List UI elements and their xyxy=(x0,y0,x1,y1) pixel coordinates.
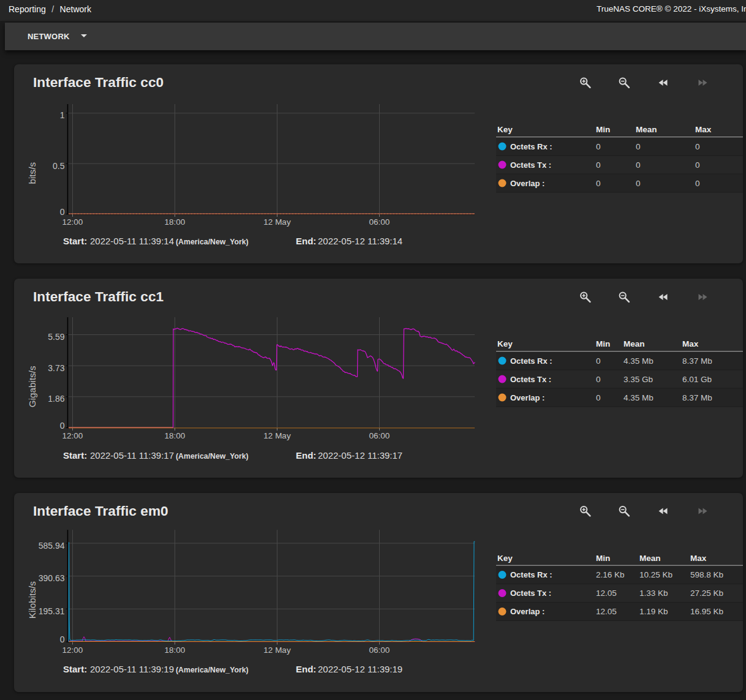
svg-text:Kilobits/s: Kilobits/s xyxy=(27,581,37,619)
svg-text:0: 0 xyxy=(60,207,65,217)
svg-text:16.95 Kb: 16.95 Kb xyxy=(690,607,723,616)
svg-text:0: 0 xyxy=(596,356,601,366)
svg-text:Interface Traffic cc0: Interface Traffic cc0 xyxy=(33,74,164,90)
svg-text:2022-05-12 11:39:14: 2022-05-12 11:39:14 xyxy=(318,236,402,246)
svg-text:18:00: 18:00 xyxy=(165,645,186,655)
svg-text:06:00: 06:00 xyxy=(369,217,390,227)
svg-text:(America/New_York): (America/New_York) xyxy=(176,238,249,246)
svg-text:5.59: 5.59 xyxy=(48,332,64,342)
svg-text:Octets Tx :: Octets Tx : xyxy=(510,160,551,170)
svg-text:Key: Key xyxy=(497,125,513,134)
svg-text:12 May: 12 May xyxy=(263,645,291,655)
svg-text:0: 0 xyxy=(596,393,601,402)
svg-text:0: 0 xyxy=(636,142,641,151)
svg-text:0: 0 xyxy=(695,179,700,188)
svg-text:Max: Max xyxy=(682,339,699,348)
svg-text:Mean: Mean xyxy=(639,554,661,563)
svg-text:0: 0 xyxy=(596,142,601,151)
svg-text:Start:: Start: xyxy=(63,450,87,461)
svg-text:(America/New_York): (America/New_York) xyxy=(176,452,249,461)
svg-text:Mean: Mean xyxy=(636,125,657,134)
svg-text:Max: Max xyxy=(690,554,707,563)
svg-text:Start:: Start: xyxy=(63,236,87,246)
svg-text:Overlap :: Overlap : xyxy=(510,607,544,616)
svg-text:(America/New_York): (America/New_York) xyxy=(176,666,249,674)
svg-text:4.35 Mb: 4.35 Mb xyxy=(624,356,654,366)
svg-text:195.31: 195.31 xyxy=(39,606,65,616)
svg-text:Start:: Start: xyxy=(63,664,87,674)
svg-text:1.19 Kb: 1.19 Kb xyxy=(639,607,668,616)
svg-text:10.25 Kb: 10.25 Kb xyxy=(639,570,673,579)
svg-text:0: 0 xyxy=(636,160,641,170)
svg-text:598.8 Kb: 598.8 Kb xyxy=(690,570,723,579)
svg-text:12:00: 12:00 xyxy=(62,645,83,655)
svg-text:0: 0 xyxy=(60,421,65,431)
svg-text:bits/s: bits/s xyxy=(27,162,37,184)
svg-text:06:00: 06:00 xyxy=(369,431,390,440)
svg-text:12.05: 12.05 xyxy=(596,607,617,616)
svg-text:585.94: 585.94 xyxy=(39,541,65,551)
svg-text:Interface Traffic em0: Interface Traffic em0 xyxy=(33,503,168,519)
svg-text:3.73: 3.73 xyxy=(48,363,64,373)
svg-text:1.86: 1.86 xyxy=(48,394,64,404)
svg-text:27.25 Kb: 27.25 Kb xyxy=(690,589,723,598)
svg-text:3.35 Gb: 3.35 Gb xyxy=(624,375,653,384)
svg-text:2022-05-12 11:39:19: 2022-05-12 11:39:19 xyxy=(318,664,402,674)
svg-text:8.37 Mb: 8.37 Mb xyxy=(682,393,712,402)
svg-text:0: 0 xyxy=(596,160,601,170)
svg-text:Min: Min xyxy=(596,125,610,134)
svg-text:12:00: 12:00 xyxy=(62,217,83,227)
svg-text:Octets Rx :: Octets Rx : xyxy=(510,142,552,151)
svg-text:8.37 Mb: 8.37 Mb xyxy=(682,356,712,366)
svg-text:Mean: Mean xyxy=(624,339,645,348)
svg-text:06:00: 06:00 xyxy=(369,645,390,655)
svg-text:Octets Tx :: Octets Tx : xyxy=(510,589,551,598)
svg-text:18:00: 18:00 xyxy=(165,431,186,440)
svg-text:Key: Key xyxy=(497,554,513,563)
svg-text:0: 0 xyxy=(695,142,700,151)
svg-text:End:: End: xyxy=(296,450,316,461)
svg-text:2022-05-12 11:39:17: 2022-05-12 11:39:17 xyxy=(318,450,402,461)
svg-text:End:: End: xyxy=(296,236,316,246)
svg-text:2022-05-11 11:39:19: 2022-05-11 11:39:19 xyxy=(90,664,174,674)
svg-text:0: 0 xyxy=(636,179,641,188)
svg-text:0: 0 xyxy=(596,179,601,188)
svg-text:0: 0 xyxy=(695,160,700,170)
svg-text:18:00: 18:00 xyxy=(165,217,186,227)
svg-text:End:: End: xyxy=(296,664,316,674)
svg-text:2022-05-11 11:39:17: 2022-05-11 11:39:17 xyxy=(90,450,174,461)
svg-text:12 May: 12 May xyxy=(263,217,291,227)
svg-text:0: 0 xyxy=(596,375,601,384)
svg-text:0.5: 0.5 xyxy=(53,161,65,171)
svg-text:Octets Rx :: Octets Rx : xyxy=(510,356,552,366)
svg-text:Key: Key xyxy=(497,339,513,348)
svg-text:1.33 Kb: 1.33 Kb xyxy=(639,589,668,598)
svg-text:Octets Tx :: Octets Tx : xyxy=(510,375,551,384)
svg-text:2.16 Kb: 2.16 Kb xyxy=(596,570,625,579)
svg-text:Overlap :: Overlap : xyxy=(510,179,544,188)
svg-text:12.05: 12.05 xyxy=(596,589,617,598)
svg-text:Max: Max xyxy=(695,125,712,134)
svg-text:Min: Min xyxy=(596,554,610,563)
svg-text:Interface Traffic cc1: Interface Traffic cc1 xyxy=(33,288,164,304)
svg-text:4.35 Mb: 4.35 Mb xyxy=(624,393,654,402)
svg-text:6.01 Gb: 6.01 Gb xyxy=(682,375,712,384)
svg-text:0: 0 xyxy=(60,634,65,644)
svg-text:12:00: 12:00 xyxy=(62,431,83,440)
svg-text:390.63: 390.63 xyxy=(39,573,65,583)
svg-text:2022-05-11 11:39:14: 2022-05-11 11:39:14 xyxy=(90,236,174,246)
svg-text:Min: Min xyxy=(596,339,610,348)
svg-text:12 May: 12 May xyxy=(263,431,291,440)
svg-text:1: 1 xyxy=(60,110,65,120)
svg-text:Octets Rx :: Octets Rx : xyxy=(510,570,552,579)
svg-text:Gigabits/s: Gigabits/s xyxy=(27,366,37,407)
svg-text:Overlap :: Overlap : xyxy=(510,393,544,402)
